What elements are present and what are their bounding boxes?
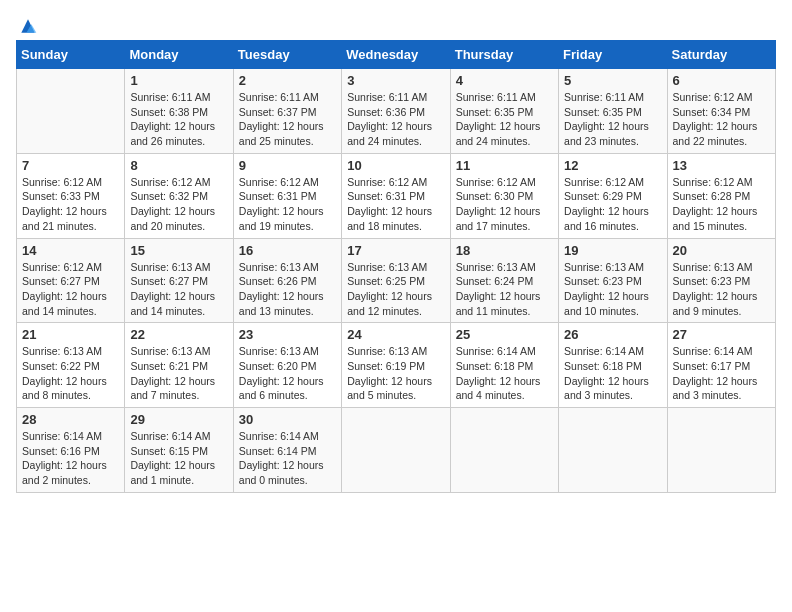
week-row-1: 1Sunrise: 6:11 AM Sunset: 6:38 PM Daylig… [17,69,776,154]
day-header-thursday: Thursday [450,41,558,69]
day-info: Sunrise: 6:14 AM Sunset: 6:16 PM Dayligh… [22,429,119,488]
calendar-cell: 15Sunrise: 6:13 AM Sunset: 6:27 PM Dayli… [125,238,233,323]
header [16,16,776,32]
calendar-cell [667,408,775,493]
calendar-cell [450,408,558,493]
day-header-friday: Friday [559,41,667,69]
day-header-wednesday: Wednesday [342,41,450,69]
calendar-cell: 25Sunrise: 6:14 AM Sunset: 6:18 PM Dayli… [450,323,558,408]
day-info: Sunrise: 6:12 AM Sunset: 6:32 PM Dayligh… [130,175,227,234]
calendar-cell: 7Sunrise: 6:12 AM Sunset: 6:33 PM Daylig… [17,153,125,238]
day-number: 30 [239,412,336,427]
day-info: Sunrise: 6:11 AM Sunset: 6:35 PM Dayligh… [456,90,553,149]
day-info: Sunrise: 6:12 AM Sunset: 6:33 PM Dayligh… [22,175,119,234]
day-number: 8 [130,158,227,173]
day-info: Sunrise: 6:13 AM Sunset: 6:20 PM Dayligh… [239,344,336,403]
day-number: 22 [130,327,227,342]
calendar-cell: 28Sunrise: 6:14 AM Sunset: 6:16 PM Dayli… [17,408,125,493]
calendar-cell: 13Sunrise: 6:12 AM Sunset: 6:28 PM Dayli… [667,153,775,238]
day-info: Sunrise: 6:14 AM Sunset: 6:18 PM Dayligh… [564,344,661,403]
day-number: 4 [456,73,553,88]
day-number: 11 [456,158,553,173]
day-header-tuesday: Tuesday [233,41,341,69]
day-info: Sunrise: 6:13 AM Sunset: 6:27 PM Dayligh… [130,260,227,319]
day-header-sunday: Sunday [17,41,125,69]
calendar-cell: 21Sunrise: 6:13 AM Sunset: 6:22 PM Dayli… [17,323,125,408]
day-number: 10 [347,158,444,173]
calendar-cell [342,408,450,493]
day-info: Sunrise: 6:11 AM Sunset: 6:35 PM Dayligh… [564,90,661,149]
day-info: Sunrise: 6:12 AM Sunset: 6:28 PM Dayligh… [673,175,770,234]
calendar-header-row: SundayMondayTuesdayWednesdayThursdayFrid… [17,41,776,69]
day-number: 19 [564,243,661,258]
calendar-cell: 16Sunrise: 6:13 AM Sunset: 6:26 PM Dayli… [233,238,341,323]
day-number: 6 [673,73,770,88]
day-number: 27 [673,327,770,342]
calendar-cell: 4Sunrise: 6:11 AM Sunset: 6:35 PM Daylig… [450,69,558,154]
day-number: 5 [564,73,661,88]
calendar-cell: 2Sunrise: 6:11 AM Sunset: 6:37 PM Daylig… [233,69,341,154]
day-info: Sunrise: 6:14 AM Sunset: 6:17 PM Dayligh… [673,344,770,403]
day-number: 15 [130,243,227,258]
day-info: Sunrise: 6:12 AM Sunset: 6:27 PM Dayligh… [22,260,119,319]
day-number: 23 [239,327,336,342]
calendar-cell: 30Sunrise: 6:14 AM Sunset: 6:14 PM Dayli… [233,408,341,493]
day-info: Sunrise: 6:11 AM Sunset: 6:36 PM Dayligh… [347,90,444,149]
calendar-cell: 9Sunrise: 6:12 AM Sunset: 6:31 PM Daylig… [233,153,341,238]
calendar-table: SundayMondayTuesdayWednesdayThursdayFrid… [16,40,776,493]
day-number: 18 [456,243,553,258]
day-number: 3 [347,73,444,88]
day-number: 17 [347,243,444,258]
day-number: 14 [22,243,119,258]
day-info: Sunrise: 6:12 AM Sunset: 6:31 PM Dayligh… [347,175,444,234]
calendar-cell: 19Sunrise: 6:13 AM Sunset: 6:23 PM Dayli… [559,238,667,323]
day-info: Sunrise: 6:13 AM Sunset: 6:26 PM Dayligh… [239,260,336,319]
calendar-cell: 18Sunrise: 6:13 AM Sunset: 6:24 PM Dayli… [450,238,558,323]
calendar-cell [17,69,125,154]
day-info: Sunrise: 6:11 AM Sunset: 6:37 PM Dayligh… [239,90,336,149]
day-info: Sunrise: 6:14 AM Sunset: 6:14 PM Dayligh… [239,429,336,488]
day-header-monday: Monday [125,41,233,69]
day-info: Sunrise: 6:14 AM Sunset: 6:18 PM Dayligh… [456,344,553,403]
day-info: Sunrise: 6:12 AM Sunset: 6:34 PM Dayligh… [673,90,770,149]
day-number: 29 [130,412,227,427]
day-info: Sunrise: 6:12 AM Sunset: 6:30 PM Dayligh… [456,175,553,234]
day-info: Sunrise: 6:13 AM Sunset: 6:24 PM Dayligh… [456,260,553,319]
calendar-cell: 24Sunrise: 6:13 AM Sunset: 6:19 PM Dayli… [342,323,450,408]
day-number: 24 [347,327,444,342]
calendar-cell: 22Sunrise: 6:13 AM Sunset: 6:21 PM Dayli… [125,323,233,408]
day-info: Sunrise: 6:13 AM Sunset: 6:22 PM Dayligh… [22,344,119,403]
calendar-cell: 29Sunrise: 6:14 AM Sunset: 6:15 PM Dayli… [125,408,233,493]
calendar-cell [559,408,667,493]
day-info: Sunrise: 6:13 AM Sunset: 6:23 PM Dayligh… [564,260,661,319]
day-info: Sunrise: 6:12 AM Sunset: 6:29 PM Dayligh… [564,175,661,234]
calendar-cell: 10Sunrise: 6:12 AM Sunset: 6:31 PM Dayli… [342,153,450,238]
day-number: 20 [673,243,770,258]
week-row-5: 28Sunrise: 6:14 AM Sunset: 6:16 PM Dayli… [17,408,776,493]
week-row-3: 14Sunrise: 6:12 AM Sunset: 6:27 PM Dayli… [17,238,776,323]
week-row-2: 7Sunrise: 6:12 AM Sunset: 6:33 PM Daylig… [17,153,776,238]
day-info: Sunrise: 6:12 AM Sunset: 6:31 PM Dayligh… [239,175,336,234]
day-info: Sunrise: 6:13 AM Sunset: 6:23 PM Dayligh… [673,260,770,319]
day-info: Sunrise: 6:13 AM Sunset: 6:21 PM Dayligh… [130,344,227,403]
day-header-saturday: Saturday [667,41,775,69]
calendar-cell: 20Sunrise: 6:13 AM Sunset: 6:23 PM Dayli… [667,238,775,323]
day-number: 1 [130,73,227,88]
calendar-cell: 3Sunrise: 6:11 AM Sunset: 6:36 PM Daylig… [342,69,450,154]
logo [16,16,38,32]
day-number: 9 [239,158,336,173]
day-number: 12 [564,158,661,173]
week-row-4: 21Sunrise: 6:13 AM Sunset: 6:22 PM Dayli… [17,323,776,408]
day-number: 13 [673,158,770,173]
calendar-cell: 23Sunrise: 6:13 AM Sunset: 6:20 PM Dayli… [233,323,341,408]
day-number: 21 [22,327,119,342]
day-number: 25 [456,327,553,342]
day-info: Sunrise: 6:14 AM Sunset: 6:15 PM Dayligh… [130,429,227,488]
day-info: Sunrise: 6:13 AM Sunset: 6:19 PM Dayligh… [347,344,444,403]
day-number: 16 [239,243,336,258]
calendar-cell: 11Sunrise: 6:12 AM Sunset: 6:30 PM Dayli… [450,153,558,238]
day-info: Sunrise: 6:11 AM Sunset: 6:38 PM Dayligh… [130,90,227,149]
calendar-cell: 14Sunrise: 6:12 AM Sunset: 6:27 PM Dayli… [17,238,125,323]
day-number: 7 [22,158,119,173]
calendar-cell: 6Sunrise: 6:12 AM Sunset: 6:34 PM Daylig… [667,69,775,154]
